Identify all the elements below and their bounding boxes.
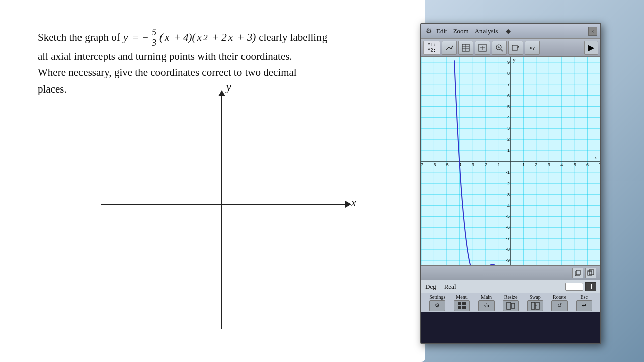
diamond-icon: ◆: [506, 27, 511, 35]
calc-func-row: Settings ⚙ Menu Main √α Resize Swap Rot: [421, 293, 600, 312]
y-axis: [221, 93, 222, 329]
copy-icon-2[interactable]: [585, 268, 596, 278]
graph-area: y x: [96, 88, 357, 339]
toolbar-xy-btn[interactable]: xy: [525, 41, 540, 55]
resize-button[interactable]: Resize: [503, 294, 519, 311]
battery-icon: ▐: [585, 282, 596, 291]
svg-rect-28: [531, 302, 535, 309]
x-axis-arrow: [345, 201, 351, 208]
svg-line-11: [501, 49, 503, 51]
play-button[interactable]: ▶: [584, 41, 598, 55]
menu-button[interactable]: Menu: [454, 294, 470, 311]
svg-rect-24: [458, 306, 461, 309]
svg-line-2: [451, 46, 453, 49]
menu-zoom[interactable]: Zoom: [453, 27, 469, 35]
calc-titlebar: ⚙ Edit Zoom Analysis ◆ ×: [421, 24, 600, 39]
svg-line-0: [446, 47, 449, 50]
toolbar-trace-btn[interactable]: [508, 41, 523, 55]
settings-button[interactable]: Settings ⚙: [429, 294, 445, 311]
close-button[interactable]: ×: [588, 27, 597, 36]
main-button[interactable]: Main √α: [478, 294, 495, 311]
rotate-icon[interactable]: ↺: [551, 300, 568, 311]
toolbar-zoom-btn[interactable]: [492, 41, 507, 55]
svg-rect-25: [462, 306, 466, 309]
toolbar-graph-btn[interactable]: [442, 41, 457, 55]
problem-text: Sketch the graph of y = −53(x + 4)(x2 + …: [38, 28, 410, 97]
menu-edit[interactable]: Edit: [436, 27, 447, 35]
calc-menu[interactable]: Edit Zoom Analysis ◆: [436, 27, 588, 35]
calc-mode-bar: Deg Real ▐: [421, 280, 600, 293]
swap-icon[interactable]: [527, 300, 543, 311]
swap-button[interactable]: Swap: [527, 294, 543, 311]
menu-icon[interactable]: [454, 300, 470, 311]
svg-rect-14: [512, 45, 517, 50]
y-selector[interactable]: Y1:Y2:: [423, 41, 440, 55]
svg-rect-27: [511, 303, 515, 308]
problem-suffix: clearly labelling: [259, 29, 327, 47]
problem-prefix: Sketch the graph of: [38, 29, 120, 47]
deg-mode: Deg: [425, 283, 436, 291]
toolbar-table-btn[interactable]: [458, 41, 473, 55]
esc-button[interactable]: Esc ↩: [576, 294, 592, 311]
menu-analysis[interactable]: Analysis: [475, 27, 498, 35]
problem-line3: Where necessary, give the coordinates co…: [38, 64, 410, 81]
svg-rect-19: [576, 270, 580, 275]
x-axis: [101, 204, 347, 205]
settings-icon[interactable]: ⚙: [429, 300, 445, 311]
main-icon[interactable]: √α: [478, 300, 495, 311]
resize-icon[interactable]: [503, 300, 519, 311]
svg-line-1: [449, 47, 451, 49]
calc-status-bar: [421, 266, 600, 280]
calc-graph-display[interactable]: [421, 57, 600, 266]
toggle-switch[interactable]: [565, 283, 583, 291]
real-mode: Real: [444, 283, 456, 291]
svg-rect-23: [462, 302, 466, 305]
copy-icon-1[interactable]: [572, 268, 583, 278]
status-icons: [572, 268, 596, 278]
svg-rect-22: [458, 302, 461, 305]
toolbar-zoom-fit-btn[interactable]: [475, 41, 490, 55]
calc-toolbar: Y1:Y2: xy ▶: [421, 39, 600, 57]
x-axis-label: x: [351, 196, 356, 209]
svg-rect-26: [507, 302, 511, 309]
y-axis-arrow: [218, 90, 225, 96]
rotate-button[interactable]: Rotate ↺: [551, 294, 568, 311]
gear-icon: ⚙: [424, 27, 433, 36]
esc-icon[interactable]: ↩: [576, 300, 592, 311]
y-axis-label: y: [226, 80, 231, 94]
calculator-window: ⚙ Edit Zoom Analysis ◆ × Y1:Y2: xy ▶: [420, 23, 601, 344]
problem-line2: all axial intercepts and turning points …: [38, 48, 410, 65]
equation-display: y = −53(x + 4)(x2 + 2x + 3): [123, 28, 256, 48]
